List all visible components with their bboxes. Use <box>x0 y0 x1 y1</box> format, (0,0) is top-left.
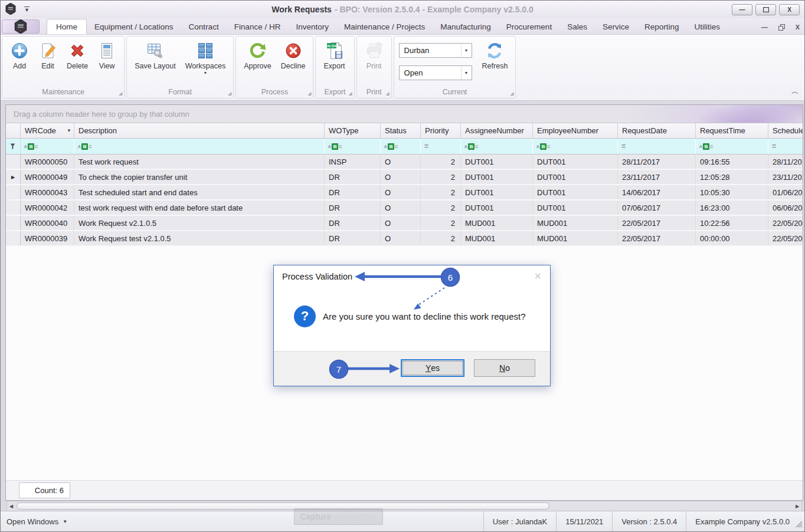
filter-dropdown-icon[interactable]: ▼ <box>67 128 71 133</box>
yes-button[interactable]: Yes <box>401 359 464 377</box>
column-header-scheduled[interactable]: Scheduled <box>768 123 803 138</box>
current-status-dropdown[interactable]: Open▼ <box>399 65 472 80</box>
edit-button[interactable]: Edit <box>34 40 61 72</box>
dialog-launcher-icon[interactable]: ◢ <box>307 91 311 96</box>
app-logo-icon <box>14 19 27 34</box>
tab-service[interactable]: Service <box>595 19 637 34</box>
scroll-right-icon[interactable]: ▶ <box>793 504 801 509</box>
filter-cell-description[interactable]: ABC <box>74 139 325 154</box>
filter-cell-status[interactable]: ABC <box>381 139 421 154</box>
dialog-footer: Yes No <box>274 351 550 386</box>
filter-cell-employeenumber[interactable]: ABC <box>533 139 618 154</box>
filter-cell-requesttime[interactable]: ABC <box>696 139 768 154</box>
filter-cell-requestdate[interactable]: = <box>618 139 696 154</box>
ribbon-button-label: Delete <box>67 62 88 70</box>
cell-requestdate: 22/05/2017 <box>618 216 696 230</box>
abc-filter-icon: ABC <box>464 143 479 150</box>
view-button[interactable]: View <box>93 40 120 72</box>
column-header-status[interactable]: Status <box>381 123 421 138</box>
mdi-minimize-button[interactable]: — <box>761 24 768 31</box>
row-indicator <box>6 185 21 199</box>
ribbon-groups: AddEditDeleteViewMaintenance◢Save Layout… <box>2 36 803 98</box>
dialog-body: ? Are you sure you want to decline this … <box>274 281 550 351</box>
dialog-launcher-icon[interactable]: ◢ <box>510 91 513 96</box>
ribbon-group-label-text: Format <box>168 88 192 96</box>
table-row[interactable]: WR0000039Work Request test v2.1.0.5DRO2M… <box>6 231 803 247</box>
workspaces-button[interactable]: Workspaces▼ <box>181 40 230 75</box>
capture-screenshot-watermark: Capture screenshot. <box>294 508 383 525</box>
save-layout-button[interactable]: Save Layout <box>130 40 180 72</box>
cell-status: O <box>381 216 421 230</box>
dialog-launcher-icon[interactable]: ◢ <box>385 91 389 96</box>
mdi-restore-button[interactable] <box>778 24 785 31</box>
table-row[interactable]: WR0000050Test work requestINSPO2DUT001DU… <box>6 155 803 170</box>
minimize-button[interactable]: — <box>732 4 752 15</box>
question-icon: ? <box>294 306 316 327</box>
ribbon-group-process: ApproveDeclineProcess◢ <box>235 36 313 98</box>
column-header-assigneenumber[interactable]: AssigneeNumber <box>461 123 533 138</box>
cell-priority: 2 <box>421 155 461 169</box>
filter-cell-wotype[interactable]: ABC <box>325 139 381 154</box>
dialog-launcher-icon[interactable]: ◢ <box>119 91 122 96</box>
print-button[interactable]: ?Print <box>361 40 388 72</box>
table-row[interactable]: ▶WR0000049To check the copier transfer u… <box>6 170 803 185</box>
horizontal-scrollbar[interactable]: ◀ ▶ <box>6 501 802 511</box>
tab-reporting[interactable]: Reporting <box>637 19 687 34</box>
refresh-button[interactable]: Refresh <box>478 40 512 72</box>
tab-manufacturing[interactable]: Manufacturing <box>433 19 499 34</box>
dialog-launcher-icon[interactable]: ◢ <box>348 91 352 96</box>
cell-wotype: DR <box>325 231 381 245</box>
tab-procurement[interactable]: Procurement <box>499 19 559 34</box>
add-button[interactable]: Add <box>6 40 33 72</box>
export-button[interactable]: XLSXExport <box>319 40 349 72</box>
app-window: ▼ Work Requests- BPO: Version 2.5.0.4 - … <box>0 0 805 532</box>
close-button[interactable]: X <box>779 4 800 15</box>
tab-inventory[interactable]: Inventory <box>288 19 336 34</box>
chevron-down-icon[interactable]: ▼ <box>461 44 472 57</box>
no-button[interactable]: No <box>474 359 535 377</box>
chevron-down-icon[interactable]: ▼ <box>461 66 472 80</box>
cell-assigneenumber: DUT001 <box>461 201 533 215</box>
column-header-description[interactable]: Description <box>74 123 325 138</box>
maximize-button[interactable] <box>755 4 776 15</box>
resize-grip[interactable] <box>796 521 803 530</box>
group-by-bar[interactable]: Drag a column header here to group by th… <box>6 105 803 123</box>
approve-button[interactable]: Approve <box>240 40 276 72</box>
collapse-ribbon-icon[interactable]: ︿ <box>791 87 799 97</box>
filter-cell-assigneenumber[interactable]: ABC <box>461 139 533 154</box>
cell-requesttime: 12:05:28 <box>696 170 768 184</box>
dialog-close-icon[interactable]: ✕ <box>534 272 542 281</box>
tab-maintenance-projects[interactable]: Maintenance / Projects <box>336 19 433 34</box>
column-header-wrcode[interactable]: WRCode▼ <box>21 123 74 138</box>
tab-utilities[interactable]: Utilities <box>686 19 728 34</box>
tab-finance-hr[interactable]: Finance / HR <box>227 19 289 34</box>
scroll-left-icon[interactable]: ◀ <box>7 504 15 509</box>
column-header-requestdate[interactable]: RequestDate <box>618 123 696 138</box>
column-header-label: Priority <box>425 126 449 135</box>
row-count-badge: Count: 6 <box>19 482 70 498</box>
decline-button[interactable]: Decline <box>277 40 310 72</box>
filter-cell-priority[interactable]: = <box>421 139 461 154</box>
delete-button[interactable]: Delete <box>63 40 92 72</box>
table-row[interactable]: WR0000040Work Request v2.1.0.5DRO2MUD001… <box>6 216 803 231</box>
filter-cell-scheduled[interactable]: = <box>768 139 803 154</box>
column-header-employeenumber[interactable]: EmployeeNumber <box>533 123 618 138</box>
application-menu-button[interactable] <box>2 19 40 34</box>
open-windows-menu[interactable]: Open Windows ▼ <box>6 517 67 526</box>
column-header-requesttime[interactable]: RequestTime <box>696 123 768 138</box>
tab-sales[interactable]: Sales <box>559 19 595 34</box>
table-row[interactable]: WR0000042test work request with end date… <box>6 201 803 216</box>
column-header-priority[interactable]: Priority <box>421 123 461 138</box>
tab-contract[interactable]: Contract <box>181 19 227 34</box>
current-site-dropdown[interactable]: Durban▼ <box>399 43 472 58</box>
tab-equipment-locations[interactable]: Equipment / Locations <box>87 19 181 34</box>
quick-access-dropdown-icon[interactable]: ▼ <box>24 6 30 13</box>
tab-home[interactable]: Home <box>47 19 87 34</box>
table-row[interactable]: WR0000043Test scheduled start and end da… <box>6 185 803 201</box>
filter-cell-wrcode[interactable]: ABC <box>21 139 74 154</box>
cell-requestdate: 28/11/2017 <box>618 155 696 169</box>
dialog-launcher-icon[interactable]: ◢ <box>228 91 231 96</box>
scrollbar-thumb[interactable] <box>17 503 549 510</box>
mdi-close-button[interactable]: X <box>796 24 800 31</box>
column-header-wotype[interactable]: WOType <box>325 123 381 138</box>
